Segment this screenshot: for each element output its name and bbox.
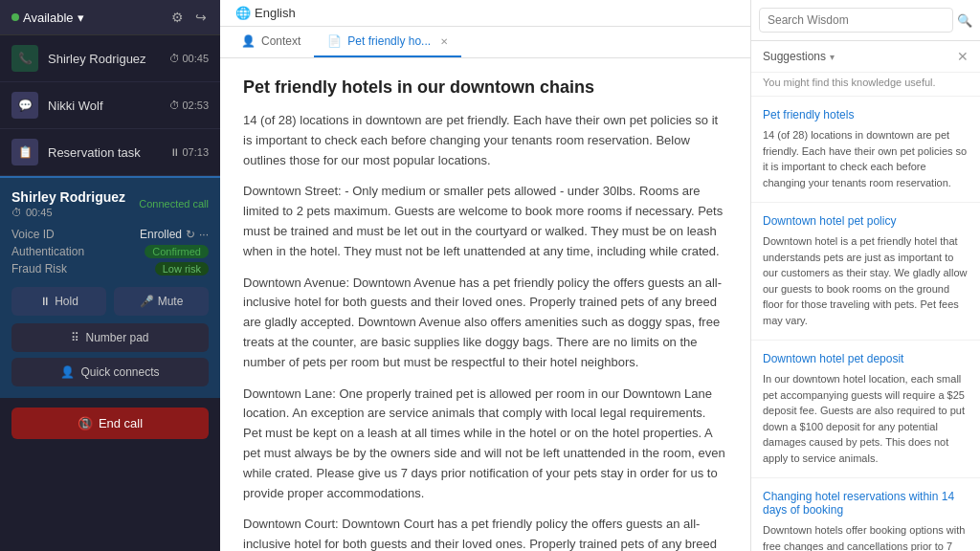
availability-dot (11, 13, 19, 21)
contact-info-reservation: Reservation task (48, 145, 160, 160)
suggestion-item-0[interactable]: Pet friendly hotels 14 (of 28) locations… (751, 97, 980, 203)
suggestion-item-2[interactable]: Downtown hotel pet deposit In our downto… (751, 341, 980, 478)
logout-button[interactable]: ↪ (193, 8, 209, 27)
contact-avatar-shirley: 📞 (11, 45, 38, 72)
active-call-info: ⏱ 00:45 (11, 207, 125, 218)
contact-info-shirley: Shirley Rodriguez (48, 52, 160, 66)
auth-label: Authentication (11, 245, 84, 258)
right-panel: 🔍 Suggestions ▾ ✕ You might find this kn… (750, 0, 980, 551)
hold-button[interactable]: ⏸ Hold (11, 287, 106, 316)
language-label: English (255, 6, 296, 20)
globe-icon: 🌐 (235, 6, 251, 20)
tabs-bar: 👤 Context 📄 Pet friendly ho... ✕ (220, 27, 750, 58)
suggestions-header: Suggestions ▾ ✕ (751, 41, 980, 73)
contact-item-nikki[interactable]: 💬 Nikki Wolf ⏱ 02:53 (0, 82, 220, 129)
voice-id-icons: ↻ ··· (186, 228, 209, 241)
fraud-label: Fraud Risk (11, 262, 67, 276)
contact-info-nikki: Nikki Wolf (48, 99, 160, 113)
close-panel-button[interactable]: ✕ (957, 49, 969, 64)
contact-name-reservation: Reservation task (48, 145, 160, 160)
end-call-icon: 📵 (78, 416, 93, 430)
content-area: Pet friendly hotels in our downtown chai… (220, 58, 750, 551)
article-paragraph-3: Downtown Lane: One properly trained pet … (243, 385, 727, 504)
active-call-connected: Connected call (139, 198, 209, 209)
suggestion-title-1: Downtown hotel pet policy (763, 214, 969, 228)
availability-label: Available (23, 11, 74, 25)
wisdom-search-input[interactable] (759, 8, 953, 33)
article-icon: 📄 (327, 34, 342, 48)
contact-item-shirley[interactable]: 📞 Shirley Rodriguez ⏱ 00:45 (0, 35, 220, 82)
suggestion-item-3[interactable]: Changing hotel reservations within 14 da… (751, 478, 980, 551)
article-title: Pet friendly hotels in our downtown chai… (243, 77, 727, 98)
suggestion-text-1: Downtown hotel is a pet friendly hotel t… (763, 233, 969, 328)
contact-list: 📞 Shirley Rodriguez ⏱ 00:45 💬 Nikki Wolf… (0, 35, 220, 176)
context-icon: 👤 (241, 34, 256, 48)
wisdom-search-bar: 🔍 (751, 0, 980, 41)
article-paragraph-0: 14 (of 28) locations in downtown are pet… (243, 111, 727, 170)
refresh-icon[interactable]: ↻ (186, 228, 195, 241)
call-meta: Voice ID Enrolled ↻ ··· Authentication C… (11, 228, 209, 276)
chevron-down-icon: ▾ (78, 11, 84, 25)
fraud-row: Fraud Risk Low risk (11, 262, 209, 276)
suggestion-item-1[interactable]: Downtown hotel pet policy Downtown hotel… (751, 203, 980, 341)
main-header: 🌐 English (220, 0, 750, 27)
chevron-down-icon: ▾ (830, 52, 835, 62)
call-secondary-actions: ⠿ Number pad 👤 Quick connects (11, 323, 209, 386)
main-content: 🌐 English 👤 Context 📄 Pet friendly ho...… (220, 0, 750, 551)
contact-time-shirley: ⏱ 00:45 (169, 53, 209, 64)
more-icon[interactable]: ··· (199, 228, 209, 241)
voice-id-row: Voice ID Enrolled ↻ ··· (11, 228, 209, 241)
active-call-name: Shirley Rodriguez (11, 189, 125, 205)
end-call-button[interactable]: 📵 End call (11, 408, 209, 439)
availability-dropdown[interactable]: Available ▾ (11, 11, 84, 25)
suggestion-text-0: 14 (of 28) locations in downtown are pet… (763, 127, 969, 190)
tab-context[interactable]: 👤 Context (228, 27, 314, 57)
article-paragraph-2: Downtown Avenue: Downtown Avenue has a p… (243, 274, 727, 373)
auth-badge: Confirmed (145, 245, 209, 258)
suggestion-title-0: Pet friendly hotels (763, 108, 969, 121)
quick-connects-button[interactable]: 👤 Quick connects (11, 358, 209, 386)
contact-avatar-nikki: 💬 (11, 92, 38, 119)
voice-id-value: Enrolled (140, 228, 182, 241)
article-body: 14 (of 28) locations in downtown are pet… (243, 111, 727, 551)
article-paragraph-1: Downtown Street: - Only medium or smalle… (243, 182, 727, 261)
number-pad-button[interactable]: ⠿ Number pad (11, 323, 209, 352)
contact-name-nikki: Nikki Wolf (48, 99, 160, 113)
sidebar: Available ▾ ⚙ ↪ 📞 Shirley Rodriguez ⏱ 00… (0, 0, 220, 551)
sidebar-header: Available ▾ ⚙ ↪ (0, 0, 220, 35)
call-actions: ⏸ Hold 🎤 Mute (11, 287, 209, 316)
search-icon[interactable]: 🔍 (957, 13, 972, 28)
mute-icon: 🎤 (140, 295, 154, 308)
quick-connects-icon: 👤 (60, 365, 75, 379)
fraud-badge: Low risk (155, 262, 209, 276)
mute-button[interactable]: 🎤 Mute (114, 287, 209, 316)
contact-time-nikki: ⏱ 02:53 (169, 99, 209, 111)
contact-avatar-reservation: 📋 (11, 139, 38, 165)
settings-button[interactable]: ⚙ (169, 8, 186, 27)
voice-id-label: Voice ID (11, 228, 55, 241)
auth-row: Authentication Confirmed (11, 245, 209, 258)
article-paragraph-4: Downtown Court: Downtown Court has a pet… (243, 515, 727, 551)
number-pad-icon: ⠿ (71, 331, 79, 344)
suggestion-title-2: Downtown hotel pet deposit (763, 352, 969, 365)
suggestions-label: Suggestions (763, 50, 826, 63)
suggestion-text-2: In our downtown hotel location, each sma… (763, 371, 969, 466)
contact-name-shirley: Shirley Rodriguez (48, 52, 160, 66)
active-call-panel: Shirley Rodriguez ⏱ 00:45 Connected call… (0, 176, 220, 398)
suggestions-list: Pet friendly hotels 14 (of 28) locations… (751, 97, 980, 551)
suggestion-text-3: Downtown hotels offer booking options wi… (763, 522, 969, 551)
sidebar-actions: ⚙ ↪ (169, 8, 209, 27)
hold-icon: ⏸ (39, 295, 51, 308)
contact-time-reservation: ⏸ 07:13 (169, 146, 209, 158)
contact-item-reservation[interactable]: 📋 Reservation task ⏸ 07:13 (0, 129, 220, 176)
suggestions-subtitle: You might find this knowledge useful. (751, 73, 980, 97)
tab-close-button[interactable]: ✕ (440, 36, 448, 47)
language-selector[interactable]: 🌐 English (235, 6, 296, 20)
suggestion-title-3: Changing hotel reservations within 14 da… (763, 490, 969, 517)
tab-pet-friendly[interactable]: 📄 Pet friendly ho... ✕ (314, 27, 461, 57)
